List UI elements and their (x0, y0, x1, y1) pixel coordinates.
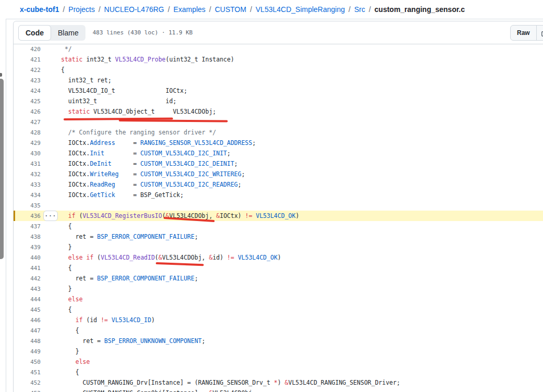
code-blame-toggle: Code Blame (18, 25, 85, 41)
line-number[interactable]: 451 (14, 369, 47, 376)
code-line: 448 ret = BSP_ERROR_UNKNOWN_COMPONENT; (14, 336, 543, 346)
code-line: 449 } (14, 346, 543, 357)
line-number[interactable]: 450 (14, 359, 47, 365)
expand-hunk-button[interactable]: ··· (43, 211, 58, 221)
breadcrumb-repo-link[interactable]: x-cube-tof1 (20, 5, 59, 14)
left-rail-divider (6, 19, 6, 392)
code-text: static VL53L4CD_Object_t VL53L4CDObj; (47, 108, 216, 115)
code-text: else if (VL53L4CD_ReadID(&VL53L4CDObj, &… (47, 254, 281, 261)
code-text: ret = BSP_ERROR_UNKNOWN_COMPONENT; (47, 337, 205, 345)
breadcrumb-segment-link[interactable]: VL53L4CD_SimpleRanging (256, 5, 345, 14)
line-number[interactable]: 420 (14, 46, 47, 53)
code-text: } (47, 348, 79, 355)
code-text: int32_t ret; (47, 77, 112, 84)
line-number[interactable]: 438 (14, 234, 47, 240)
line-number[interactable]: 436 (14, 213, 47, 219)
code-line: 429 IOCtx.Address = RANGING_SENSOR_VL53L… (14, 138, 543, 148)
code-text: IOCtx.WriteReg = CUSTOM_VL53L4CD_I2C_WRI… (47, 170, 245, 178)
code-text: { (47, 223, 72, 230)
code-line: 450 else (14, 357, 543, 367)
copy-icon (541, 29, 543, 37)
code-text: uint32_t id; (47, 97, 177, 105)
breadcrumb-segment-link[interactable]: CUSTOM (215, 5, 246, 14)
line-number[interactable]: 422 (14, 67, 47, 74)
line-number[interactable]: 444 (14, 296, 47, 303)
code-line: 445 { (14, 304, 543, 315)
code-text: IOCtx.DeInit = CUSTOM_VL53L4CD_I2C_DEINI… (47, 160, 238, 167)
line-number[interactable]: 452 (14, 379, 47, 386)
line-number[interactable]: 441 (14, 265, 47, 272)
code-text: { (47, 264, 72, 272)
breadcrumb-segment-link[interactable]: Projects (68, 5, 95, 14)
line-number[interactable]: 425 (14, 98, 47, 105)
code-text: IOCtx.GetTick = BSP_GetTick; (47, 191, 183, 199)
code-text: { (47, 327, 79, 334)
code-line: 453 CUSTOM_RANGING_CompObj[Instance] = &… (14, 388, 543, 392)
line-number[interactable]: 445 (14, 307, 47, 313)
line-number[interactable]: 424 (14, 88, 47, 94)
line-number[interactable]: 443 (14, 286, 47, 292)
code-line: 423 int32_t ret; (14, 75, 543, 85)
code-line: 452 CUSTOM_RANGING_Drv[Instance] = (RANG… (14, 377, 543, 388)
code-line: 443 } (14, 284, 543, 294)
breadcrumb: x-cube-tof1/Projects/NUCLEO-L476RG/Examp… (20, 0, 465, 19)
breadcrumb-filename: custom_ranging_sensor.c (375, 5, 465, 14)
line-number[interactable]: 453 (14, 390, 47, 392)
raw-button[interactable]: Raw (511, 26, 537, 40)
line-number[interactable]: 427 (14, 119, 47, 126)
code-line: 428 /* Configure the ranging sensor driv… (14, 127, 543, 138)
code-text: CUSTOM_RANGING_Drv[Instance] = (RANGING_… (47, 379, 400, 386)
line-number[interactable]: 442 (14, 275, 47, 282)
raw-button-group: Raw (510, 25, 543, 41)
line-number[interactable]: 437 (14, 223, 47, 230)
line-number[interactable]: 426 (14, 108, 47, 115)
file-stats: 483 lines (430 loc) · 11.9 KB (93, 29, 193, 36)
code-line: 426 static VL53L4CD_Object_t VL53L4CDObj… (14, 106, 543, 117)
code-text: ret = BSP_ERROR_COMPONENT_FAILURE; (47, 233, 198, 240)
code-line: 444 else (14, 294, 543, 304)
tab-blame[interactable]: Blame (51, 25, 85, 41)
breadcrumb-segment-link[interactable]: Src (354, 5, 365, 14)
code-text: /* Configure the ranging sensor driver *… (47, 129, 216, 136)
breadcrumb-segment-link[interactable]: NUCLEO-L476RG (104, 5, 164, 14)
code-text: } (47, 243, 72, 251)
line-number[interactable]: 440 (14, 254, 47, 261)
copy-button[interactable] (537, 26, 543, 40)
code-line: 433 IOCtx.ReadReg = CUSTOM_VL53L4CD_I2C_… (14, 179, 543, 190)
line-number[interactable]: 432 (14, 171, 47, 178)
breadcrumb-separator: / (98, 5, 101, 14)
line-number[interactable]: 435 (14, 202, 47, 209)
code-text: IOCtx.ReadReg = CUSTOM_VL53L4CD_I2C_READ… (47, 181, 241, 188)
line-number[interactable]: 428 (14, 129, 47, 136)
line-number[interactable]: 433 (14, 181, 47, 188)
line-number[interactable]: 448 (14, 338, 47, 345)
code-text: { (47, 369, 79, 376)
code-text: else (47, 296, 83, 303)
code-line: 447 { (14, 325, 543, 336)
line-number[interactable]: 431 (14, 161, 47, 167)
code-line: 439 } (14, 242, 543, 252)
line-number[interactable]: 430 (14, 150, 47, 157)
tab-code[interactable]: Code (18, 25, 51, 41)
left-scrollbar-thumb[interactable] (0, 79, 4, 259)
code-line-highlighted: 436··· if (VL53L4CD_RegisterBusIO(&VL53L… (14, 211, 543, 221)
code-line: 420 */ (14, 44, 543, 54)
line-number[interactable]: 439 (14, 244, 47, 251)
scrollbar-arrow-icon (0, 73, 2, 77)
code-line: 431 IOCtx.DeInit = CUSTOM_VL53L4CD_I2C_D… (14, 158, 543, 169)
line-number[interactable]: 429 (14, 140, 47, 146)
line-number[interactable]: 434 (14, 192, 47, 199)
file-container: Code Blame 483 lines (430 loc) · 11.9 KB… (13, 21, 543, 392)
code-text: IOCtx.Address = RANGING_SENSOR_VL53L4CD_… (47, 139, 256, 146)
header-divider (6, 19, 543, 19)
line-number[interactable]: 423 (14, 77, 47, 84)
line-number[interactable]: 421 (14, 56, 47, 63)
line-number[interactable]: 449 (14, 348, 47, 355)
code-line: 432 IOCtx.WriteReg = CUSTOM_VL53L4CD_I2C… (14, 169, 543, 179)
breadcrumb-segment-link[interactable]: Examples (174, 5, 205, 14)
code-text: static int32_t VL53L4CD_Probe(uint32_t I… (47, 56, 234, 63)
line-number[interactable]: 447 (14, 327, 47, 334)
line-number[interactable]: 446 (14, 317, 47, 324)
code-line: 451 { (14, 367, 543, 377)
code-text: */ (47, 45, 72, 53)
